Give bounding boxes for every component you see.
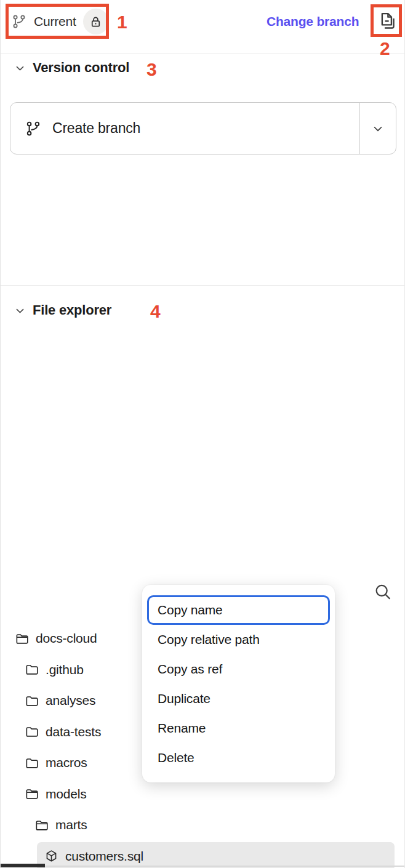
create-branch-label: Create branch	[52, 120, 140, 137]
file-explorer-title: File explorer	[33, 302, 111, 318]
version-control-title: Version control	[33, 60, 129, 76]
lock-icon	[83, 9, 109, 34]
tree-item-label: analyses	[46, 693, 95, 708]
menu-item-duplicate[interactable]: Duplicate	[147, 684, 330, 713]
chevron-down-icon[interactable]	[14, 62, 26, 74]
tree-item-label: .github	[46, 662, 84, 677]
create-branch-split-button: Create branch	[10, 102, 396, 155]
menu-item-copy-relative-path[interactable]: Copy relative path	[147, 625, 330, 654]
tree-item-label: customers.sql	[65, 849, 143, 864]
file-explorer-header[interactable]: File explorer	[14, 302, 111, 318]
folder-icon	[25, 725, 39, 739]
copy-icon[interactable]	[375, 9, 398, 33]
model-cube-icon	[44, 849, 58, 863]
tree-item-label: macros	[46, 755, 87, 770]
chevron-down-icon	[371, 122, 385, 135]
tree-item-label: marts	[55, 818, 87, 832]
menu-item-copy-as-ref[interactable]: Copy as ref	[147, 654, 330, 684]
tree-item-models[interactable]: models	[1, 779, 404, 810]
folder-open-icon	[34, 818, 49, 832]
tree-item-marts[interactable]: marts	[1, 810, 404, 841]
search-icon[interactable]	[372, 582, 393, 603]
folder-icon	[25, 694, 39, 708]
bottom-pane-divider-dark-segment[interactable]	[1, 864, 45, 867]
current-branch-chip: Current	[11, 9, 109, 34]
folder-open-icon	[15, 632, 29, 646]
git-branch-icon	[11, 14, 27, 30]
annotation-label-3: 3	[146, 59, 157, 80]
version-control-header[interactable]: Version control	[14, 60, 129, 76]
menu-item-rename[interactable]: Rename	[147, 713, 330, 743]
create-branch-button[interactable]: Create branch	[10, 103, 359, 154]
folder-icon	[25, 756, 39, 770]
context-menu: Copy nameCopy relative pathCopy as refDu…	[142, 585, 335, 782]
folder-icon	[25, 662, 39, 677]
git-branch-icon	[25, 120, 42, 137]
create-branch-dropdown-toggle[interactable]	[359, 103, 396, 154]
menu-item-copy-name[interactable]: Copy name	[147, 595, 330, 625]
folder-open-icon	[25, 787, 39, 801]
menu-item-delete[interactable]: Delete	[147, 743, 330, 773]
tree-item-label: models	[46, 787, 87, 802]
tree-item-label: data-tests	[46, 725, 101, 739]
change-branch-link[interactable]: Change branch	[267, 14, 359, 29]
tree-item-label: docs-cloud	[36, 631, 97, 646]
dbt-ide-sidebar: { "topbar": { "current_branch": "Current…	[0, 0, 405, 868]
current-branch-label: Current	[34, 14, 76, 29]
bottom-pane-divider	[1, 866, 404, 867]
chevron-down-icon[interactable]	[14, 305, 26, 316]
tree-item-customers-sql[interactable]: customers.sql	[1, 841, 404, 868]
branch-bar: Current Change branch	[1, 0, 404, 54]
